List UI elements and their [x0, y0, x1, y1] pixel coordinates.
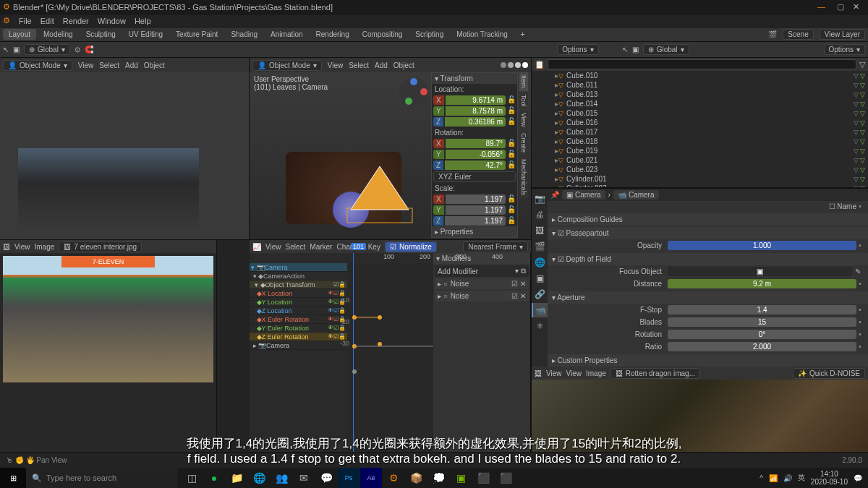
menu-marker[interactable]: Marker [310, 243, 332, 251]
transform-orientation[interactable]: ⊕ Global ▾ [24, 44, 70, 55]
volume-icon[interactable]: 🔊 [783, 474, 792, 482]
tab-view[interactable]: View [519, 110, 528, 129]
menu-file[interactable]: File [19, 17, 32, 25]
select-tool-icon-2[interactable]: ▣ [632, 46, 639, 53]
pivot-icon[interactable]: ⊙ [75, 46, 80, 53]
shading-rendered-icon[interactable] [522, 62, 528, 68]
normalize-button[interactable]: ☑ Normalize [385, 241, 437, 252]
mail-icon[interactable]: ✉ [293, 468, 315, 488]
editor-type-icon[interactable]: 📈 [252, 243, 261, 251]
lock-icon[interactable]: 🔓 [507, 160, 516, 170]
discord-icon[interactable]: 💬 [315, 468, 337, 488]
photoshop-icon[interactable]: Ps [338, 468, 359, 488]
loc-z-field[interactable]: 0.36186 m [445, 117, 506, 127]
menu-view[interactable]: View [546, 369, 562, 377]
aftereffects-icon[interactable]: Ae [360, 468, 382, 488]
workspace-texture[interactable]: Texture Paint [170, 29, 224, 40]
image-selector[interactable]: 🖼 Rotten dragon imag... [610, 368, 700, 379]
denoise-button[interactable]: ✨ Quick D-NOISE [793, 368, 865, 379]
workspace-motion[interactable]: Motion Tracking [451, 29, 514, 40]
menu-object[interactable]: Object [144, 61, 165, 69]
clock-time[interactable]: 14:10 [811, 470, 848, 478]
scene-selector[interactable]: Scene [783, 29, 813, 40]
menu-render[interactable]: Render [63, 17, 89, 25]
lock-icon[interactable]: 🔓 [507, 95, 516, 105]
transform-header[interactable]: ▾ Transform [432, 73, 517, 84]
workspace-modeling[interactable]: Modeling [38, 29, 79, 40]
custom-properties-section[interactable]: ▸ Custom Properties [548, 354, 868, 367]
opacity-field[interactable]: 1.000 [668, 241, 856, 250]
snap-mode[interactable]: Nearest Frame ▾ [463, 241, 528, 252]
rotation-field[interactable]: 0° [668, 330, 856, 339]
menu-select[interactable]: Select [286, 243, 306, 251]
channel-camera-2[interactable]: ▸ 📷 Camera [250, 341, 347, 350]
view-layer-selector[interactable]: View Layer [820, 29, 865, 40]
rot-x-field[interactable]: 89.7° [446, 139, 506, 148]
tab-output[interactable]: 🖨 [532, 207, 548, 222]
distance-field[interactable]: 9.2 m [668, 279, 856, 288]
workspace-sculpting[interactable]: Sculpting [80, 29, 122, 40]
scale-x-field[interactable]: 1.197 [446, 194, 506, 204]
graph-area[interactable]: 100 200 300 400 101 -10 -20 [347, 253, 433, 459]
rotation-mode[interactable]: XYZ Euler [433, 171, 516, 182]
menu-view[interactable]: View [265, 243, 281, 251]
channel-camera[interactable]: ▾ 📷 Camera [250, 263, 347, 272]
workspace-rendering[interactable]: Rendering [310, 29, 355, 40]
show-name-checkbox[interactable]: ☐ Name [829, 202, 856, 210]
menu-view[interactable]: View [14, 243, 30, 251]
channel-loc-z[interactable]: ◆ Z Location👁☑🔒 [250, 307, 347, 315]
clock-date[interactable]: 2020-09-10 [811, 478, 848, 486]
rot-y-field[interactable]: -0.056° [446, 150, 506, 159]
outliner-search[interactable] [548, 59, 856, 69]
outliner-item[interactable]: ▸ ▽Cube.017▽▽ [532, 127, 868, 137]
properties-section[interactable]: ▸ Properties [432, 226, 517, 237]
workspace-scripting[interactable]: Scripting [409, 29, 449, 40]
blades-field[interactable]: 15 [668, 317, 856, 327]
lock-icon[interactable]: 🔓 [507, 106, 516, 116]
channel-transform[interactable]: ▾ ◆ Object Transform☑🔒 [250, 281, 347, 289]
menu-image[interactable]: Image [35, 243, 55, 251]
start-button[interactable]: ⊞ [0, 468, 26, 488]
workspace-uv[interactable]: UV Editing [123, 29, 169, 40]
breadcrumb-data[interactable]: 📹 Camera [613, 190, 659, 200]
options-dropdown-2[interactable]: Options ▾ [824, 44, 865, 55]
lock-icon[interactable]: 🔓 [507, 216, 516, 226]
spotify-icon[interactable]: ● [203, 468, 225, 488]
tab-tool[interactable]: Tool [519, 92, 528, 110]
menu-image[interactable]: Image [586, 369, 606, 377]
eyedropper-icon[interactable]: ✎ [852, 267, 864, 275]
tray-chevron-icon[interactable]: ^ [760, 474, 763, 482]
outliner-item[interactable]: ▸ ▽Cube.023▽▽ [532, 165, 868, 174]
snap-icon[interactable]: 🧲 [85, 46, 93, 53]
outliner-item[interactable]: ▸ ▽Cube.018▽▽ [532, 137, 868, 146]
notifications-icon[interactable]: 💬 [854, 474, 862, 482]
workspace-layout[interactable]: Layout [3, 29, 36, 40]
lock-icon[interactable]: 🔓 [507, 117, 516, 127]
fstop-field[interactable]: 1.4 [668, 305, 856, 314]
wifi-icon[interactable]: 📶 [769, 474, 778, 482]
chrome-icon[interactable]: 🌐 [248, 468, 270, 488]
add-modifier-button[interactable]: Add Modifier ▾ ⧉ [435, 265, 529, 277]
tab-physics[interactable]: ⚛ [532, 319, 548, 333]
menu-object[interactable]: Object [393, 61, 414, 69]
menu-view[interactable]: View [328, 61, 344, 69]
navigation-gizmo[interactable] [398, 76, 430, 109]
filter-icon[interactable]: ▽ [859, 60, 865, 69]
modifier-noise-2[interactable]: ▸ ○ Noise ☑ ✕ [435, 291, 529, 301]
options-dropdown[interactable]: Options ▾ [557, 44, 598, 55]
menu-select[interactable]: Select [99, 61, 119, 69]
shading-wireframe-icon[interactable] [501, 62, 506, 68]
cursor-tool-icon-2[interactable]: ↖ [622, 46, 628, 53]
channel-loc-x[interactable]: ◆ X Location👁☑🔒 [250, 289, 347, 298]
tab-constraints[interactable]: 🔗 [532, 287, 548, 301]
workspace-add[interactable]: + [515, 29, 531, 40]
viewport-3d[interactable]: 👤 Object Mode ▾ View Select Add Object [250, 58, 532, 240]
reference-image[interactable]: 7-ELEVEN [3, 256, 213, 382]
explorer-icon[interactable]: 📁 [226, 468, 247, 488]
ratio-field[interactable]: 2.000 [668, 342, 856, 351]
editor-type-icon[interactable]: 📋 [535, 60, 545, 69]
app-icon[interactable]: ⬛ [495, 468, 516, 488]
outliner-item[interactable]: ▸ ▽Cube.021▽▽ [532, 155, 868, 165]
app-icon[interactable]: 💭 [427, 468, 449, 488]
composition-guides-section[interactable]: ▸ Composition Guides [548, 213, 868, 226]
